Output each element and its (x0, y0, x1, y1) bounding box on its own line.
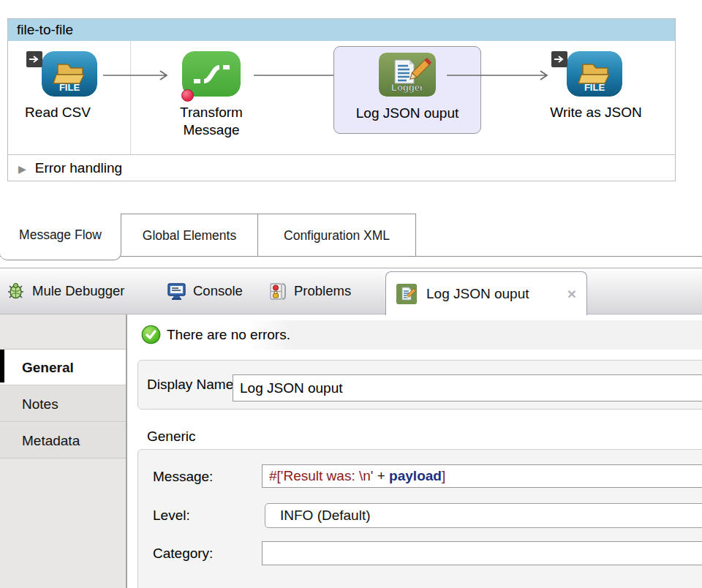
file-icon: FILE (567, 51, 622, 97)
node-read-csv[interactable]: FILE (42, 51, 97, 97)
no-errors-check-icon (141, 325, 161, 344)
flow-arrow-3 (445, 69, 552, 81)
sidebar-item-general[interactable]: General (0, 349, 126, 385)
problems-icon (268, 282, 287, 301)
level-combo[interactable]: INFO (Default) (265, 503, 702, 528)
tab-problems-label: Problems (294, 283, 351, 299)
bug-icon (6, 282, 26, 301)
expr-string: 'Result was: \n' (281, 468, 374, 483)
level-value: INFO (Default) (280, 508, 371, 523)
tab-problems[interactable]: Problems (268, 268, 351, 314)
file-icon: FILE (42, 51, 97, 97)
message-label: Message: (153, 465, 213, 489)
sidebar-item-metadata[interactable]: Metadata (0, 423, 126, 459)
error-handling-section[interactable]: ▶Error handling (8, 154, 675, 181)
tab-console-label: Console (193, 283, 243, 299)
svg-text:Logger: Logger (391, 82, 423, 93)
flow-lane-divider (130, 41, 131, 154)
tab-global-elements[interactable]: Global Elements (121, 214, 258, 256)
category-input[interactable] (262, 541, 702, 565)
close-icon[interactable]: × (567, 286, 576, 301)
generic-section-title: Generic (147, 429, 196, 445)
node-transform-label: Transform Message (153, 104, 270, 139)
node-read-csv-label: Read CSV (8, 104, 107, 121)
flow-title-bar[interactable]: file-to-file (8, 19, 675, 41)
outbound-arrow-badge-icon (551, 51, 567, 67)
node-logger-label: Log JSON ouput (334, 105, 480, 122)
flow-container: file-to-file FILE Read CSV (7, 18, 676, 181)
node-write-json-label: Write as JSON (532, 104, 660, 121)
logger-tab-icon (396, 284, 417, 304)
svg-text:FILE: FILE (584, 82, 605, 93)
expr-payload: payload (389, 468, 442, 483)
flow-arrow-1 (102, 69, 172, 81)
expr-plus: + (373, 468, 389, 483)
console-icon (167, 282, 186, 301)
expr-open: #[ (269, 468, 281, 483)
message-input[interactable]: #['Result was: \n' + payload] (262, 464, 702, 488)
display-name-input[interactable] (233, 374, 702, 402)
level-label: Level: (153, 503, 190, 528)
status-message: There are no errors. (167, 320, 290, 350)
tab-configuration-xml[interactable]: Configuration XML (258, 214, 416, 256)
sidebar-selection-marker (0, 350, 4, 382)
collapse-triangle-icon[interactable]: ▶ (18, 163, 26, 175)
svg-text:FILE: FILE (59, 82, 80, 93)
flow-title: file-to-file (17, 22, 73, 37)
breakpoint-icon (181, 89, 194, 102)
tab-mule-debugger[interactable]: Mule Debugger (6, 268, 125, 314)
display-name-label: Display Name: (147, 360, 238, 410)
node-write-json[interactable]: FILE (567, 51, 622, 97)
node-logger-selected[interactable]: Logger Log JSON ouput (333, 46, 481, 134)
anypoint-studio-window: { "flow": { "title": "file-to-file", "er… (0, 0, 702, 588)
tab-log-json-ouput-label: Log JSON ouput (426, 286, 529, 302)
expr-close: ] (442, 468, 445, 483)
tab-console[interactable]: Console (167, 268, 243, 314)
tab-message-flow[interactable]: Message Flow (0, 214, 121, 260)
inbound-arrow-badge-icon (26, 51, 42, 67)
tab-mule-debugger-label: Mule Debugger (32, 283, 125, 299)
sidebar-item-notes[interactable]: Notes (0, 386, 126, 422)
tab-log-json-ouput[interactable]: Log JSON ouput × (385, 271, 587, 315)
error-handling-label: Error handling (35, 160, 122, 176)
category-label: Category: (153, 541, 213, 565)
node-transform-message[interactable] (182, 51, 241, 97)
logger-icon: Logger (379, 53, 436, 97)
